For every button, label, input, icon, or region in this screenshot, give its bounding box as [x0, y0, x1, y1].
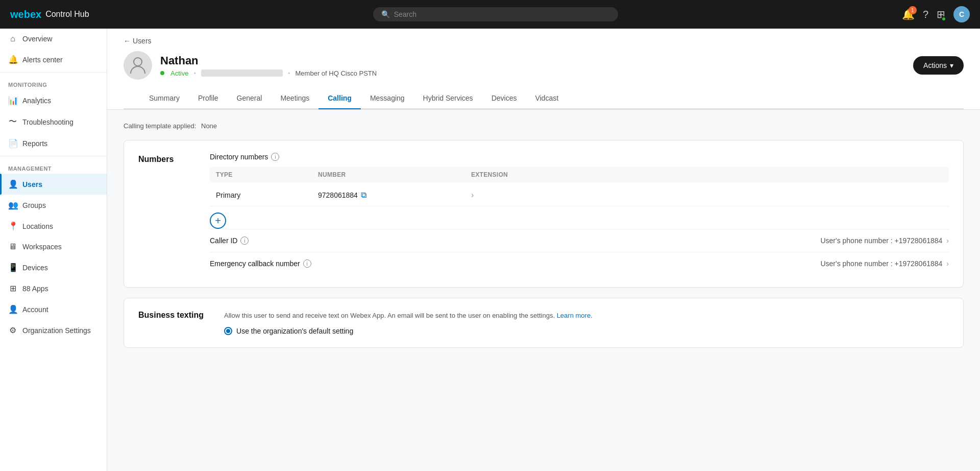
tab-general[interactable]: General	[228, 88, 272, 109]
caller-id-value: User's phone number : +19728061884	[820, 237, 942, 245]
sidebar-item-troubleshooting[interactable]: 〜 Troubleshooting	[0, 111, 107, 133]
emergency-callback-row[interactable]: Emergency callback number i User's phone…	[210, 252, 949, 275]
back-arrow-icon: ←	[124, 37, 131, 45]
tab-devices[interactable]: Devices	[482, 88, 526, 109]
sidebar-item-alerts[interactable]: 🔔 Alerts center	[0, 49, 107, 70]
sidebar-label-overview: Overview	[22, 35, 52, 43]
breadcrumb-users-link[interactable]: Users	[133, 37, 152, 45]
emergency-value: User's phone number : +19728061884	[820, 260, 942, 268]
numbers-right: Directory numbers i Type Number Extensio…	[210, 153, 949, 275]
radio-default-setting[interactable]: Use the organization's default setting	[224, 327, 949, 335]
tab-hybrid-services[interactable]: Hybrid Services	[414, 88, 482, 109]
radio-button-default[interactable]	[224, 327, 232, 335]
sidebar-item-reports[interactable]: 📄 Reports	[0, 133, 107, 154]
breadcrumb: ← Users	[124, 37, 964, 45]
sidebar-label-reports: Reports	[22, 139, 47, 148]
webex-brand: webex	[10, 9, 41, 20]
search-box[interactable]: 🔍	[373, 7, 618, 21]
sidebar-label-troubleshooting: Troubleshooting	[22, 118, 74, 126]
home-icon: ⌂	[8, 34, 17, 43]
topnav: webex Control Hub 🔍 🔔 1 ? ⊞ C	[0, 0, 980, 29]
analytics-icon: 📊	[8, 96, 17, 105]
apps-icon[interactable]: ⊞	[937, 8, 945, 20]
sidebar-label-apps: 88 Apps	[22, 285, 48, 293]
user-meta: Active • • Member of HQ Cisco PSTN	[160, 69, 377, 77]
sidebar-item-analytics[interactable]: 📊 Analytics	[0, 90, 107, 111]
tabs-row: Summary Profile General Meetings Calling…	[124, 88, 964, 109]
search-input[interactable]	[394, 10, 610, 18]
business-texting-card-inner: Business texting Allow this user to send…	[124, 298, 963, 347]
monitoring-section-label: MONITORING	[0, 75, 107, 90]
avatar[interactable]: C	[953, 6, 970, 22]
numbers-card: Numbers Directory numbers i Type N	[124, 140, 964, 288]
apps-grid-icon: ⊞	[8, 284, 17, 293]
sidebar-item-org-settings[interactable]: ⚙ Organization Settings	[0, 320, 107, 341]
sidebar-label-account: Account	[22, 305, 48, 314]
bell-icon: 🔔	[8, 55, 17, 64]
calling-content: Calling template applied: None Numbers D…	[107, 110, 980, 370]
user-avatar-large	[124, 51, 152, 80]
cell-extension: ›	[471, 191, 943, 200]
sidebar-item-groups[interactable]: 👥 Groups	[0, 195, 107, 216]
notifications-icon[interactable]: 🔔 1	[902, 8, 915, 20]
sidebar-label-org-settings: Organization Settings	[22, 326, 91, 335]
directory-numbers-label-row: Directory numbers i	[210, 153, 949, 161]
table-row[interactable]: Primary 9728061884 ⧉ ›	[210, 184, 949, 206]
help-icon[interactable]: ?	[923, 9, 928, 20]
nav-icons: 🔔 1 ? ⊞ C	[902, 6, 970, 22]
back-button[interactable]: ← Users	[124, 37, 152, 45]
sidebar-item-apps[interactable]: ⊞ 88 Apps	[0, 278, 107, 299]
settings-icon: ⚙	[8, 325, 17, 335]
template-label: Calling template applied:	[124, 122, 196, 130]
actions-button[interactable]: Actions ▾	[913, 56, 964, 75]
tab-calling[interactable]: Calling	[318, 88, 361, 109]
row-chevron-right: ›	[471, 191, 474, 200]
tab-meetings[interactable]: Meetings	[271, 88, 318, 109]
caller-id-row[interactable]: Caller ID i User's phone number : +19728…	[210, 229, 949, 252]
sidebar-label-alerts: Alerts center	[22, 56, 63, 64]
search-area: 🔍	[89, 7, 902, 21]
caller-id-chevron: ›	[946, 237, 949, 245]
caller-id-info-icon[interactable]: i	[240, 237, 249, 245]
numbers-card-inner: Numbers Directory numbers i Type N	[124, 140, 963, 287]
user-email-redacted	[201, 69, 283, 77]
account-icon: 👤	[8, 304, 17, 314]
notification-badge: 1	[909, 6, 917, 14]
devices-icon: 📱	[8, 263, 17, 272]
sidebar-item-workspaces[interactable]: 🖥 Workspaces	[0, 237, 107, 257]
business-texting-card: Business texting Allow this user to send…	[124, 298, 964, 348]
numbers-layout: Numbers Directory numbers i Type N	[138, 153, 949, 275]
sidebar-label-users: Users	[22, 180, 42, 189]
groups-icon: 👥	[8, 200, 17, 210]
reports-icon: 📄	[8, 138, 17, 148]
caller-id-label-area: Caller ID i	[210, 237, 249, 245]
sidebar-item-overview[interactable]: ⌂ Overview	[0, 29, 107, 49]
search-icon: 🔍	[381, 10, 390, 18]
tab-profile[interactable]: Profile	[189, 88, 228, 109]
plus-icon: +	[215, 215, 221, 227]
tab-vidcast[interactable]: Vidcast	[526, 88, 568, 109]
sidebar-item-users[interactable]: 👤 Users	[0, 174, 107, 195]
add-number-button[interactable]: +	[210, 213, 226, 229]
app-name: Control Hub	[45, 10, 89, 19]
sidebar-item-locations[interactable]: 📍 Locations	[0, 216, 107, 237]
user-details: Nathan Active • • Member of HQ Cisco PST…	[160, 54, 377, 77]
user-member-of: Member of HQ Cisco PSTN	[296, 69, 377, 77]
col-type: Type	[216, 171, 318, 178]
actions-label: Actions	[923, 61, 947, 69]
management-section-label: MANAGEMENT	[0, 158, 107, 174]
learn-more-link[interactable]: Learn more.	[557, 312, 593, 319]
sidebar-item-devices[interactable]: 📱 Devices	[0, 257, 107, 278]
locations-icon: 📍	[8, 221, 17, 231]
sidebar-label-analytics: Analytics	[22, 97, 51, 105]
caller-id-value-area: User's phone number : +19728061884 ›	[820, 237, 949, 245]
tab-messaging[interactable]: Messaging	[361, 88, 414, 109]
emergency-info-icon[interactable]: i	[303, 260, 311, 268]
user-status: Active	[170, 69, 188, 77]
copy-icon[interactable]: ⧉	[361, 191, 366, 200]
directory-numbers-info-icon[interactable]: i	[271, 153, 279, 161]
sidebar-label-workspaces: Workspaces	[22, 243, 62, 251]
tab-summary[interactable]: Summary	[140, 88, 189, 109]
sidebar-item-account[interactable]: 👤 Account	[0, 299, 107, 320]
biz-text-title-area: Business texting	[138, 311, 204, 335]
